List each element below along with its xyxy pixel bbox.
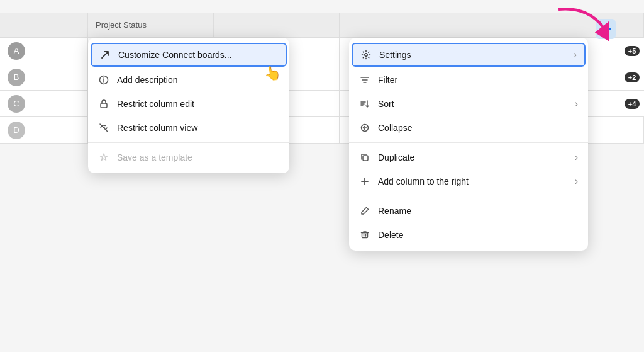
menu-item-rename[interactable]: Rename <box>349 199 588 223</box>
avatar: A <box>8 42 25 60</box>
pencil-icon <box>359 205 370 217</box>
table-header: Project Status <box>0 13 644 38</box>
left-context-menu: Customize Connect boards... Add descript… <box>88 38 289 173</box>
gear-icon <box>360 49 372 60</box>
info-icon <box>98 74 109 86</box>
collapse-icon <box>359 122 370 133</box>
table-cell: C <box>0 91 88 116</box>
trash-icon <box>359 229 370 241</box>
svg-rect-6 <box>363 156 368 161</box>
avatar-badge-1: +5 <box>620 38 644 64</box>
avatar-badge-3: +4 <box>620 91 644 117</box>
menu-item-label: Save as a template <box>117 152 192 162</box>
table-cell: A <box>0 38 88 64</box>
menu-item-label: Rename <box>378 206 411 216</box>
right-context-menu: Settings › Filter Sort › <box>349 38 588 251</box>
menu-item-save-template[interactable]: Save as a template <box>88 145 289 169</box>
menu-item-label: Add column to the right <box>378 176 469 186</box>
svg-rect-3 <box>101 103 107 108</box>
avatars-column: +5 +2 +4 <box>620 38 644 117</box>
chevron-right-icon: › <box>575 98 578 110</box>
menu-item-label: Settings <box>379 50 411 60</box>
menu-item-label: Sort <box>378 99 394 109</box>
chevron-right-icon: › <box>574 49 577 60</box>
avatar-count-2: +2 <box>625 72 640 82</box>
menu-item-label: Filter <box>378 75 397 85</box>
menu-item-label: Restrict column view <box>117 123 197 133</box>
avatar-count-1: +5 <box>625 46 640 56</box>
pink-arrow-indicator <box>553 3 609 41</box>
chevron-right-icon: › <box>575 152 578 163</box>
menu-item-label: Duplicate <box>378 152 414 162</box>
table-col-3 <box>214 13 340 37</box>
lock-icon <box>98 98 109 110</box>
menu-item-customize-connect[interactable]: Customize Connect boards... <box>91 43 287 67</box>
menu-item-sort[interactable]: Sort › <box>349 92 588 116</box>
menu-item-collapse[interactable]: Collapse <box>349 116 588 140</box>
cursor-hand: 👆 <box>263 64 282 83</box>
arrow-up-right-icon <box>99 49 111 60</box>
menu-divider <box>88 142 289 143</box>
menu-item-restrict-view[interactable]: Restrict column view <box>88 116 289 140</box>
eye-off-icon <box>98 122 109 133</box>
table-cell: D <box>0 117 88 143</box>
filter-icon <box>359 74 370 86</box>
menu-item-filter[interactable]: Filter <box>349 68 588 92</box>
avatar-count-3: +4 <box>625 99 640 109</box>
menu-item-label: Add description <box>117 75 178 85</box>
avatar: B <box>8 69 25 86</box>
pin-icon <box>98 152 109 163</box>
menu-item-restrict-edit[interactable]: Restrict column edit <box>88 92 289 116</box>
chevron-right-icon: › <box>575 176 578 187</box>
menu-item-label: Customize Connect boards... <box>118 50 232 60</box>
svg-point-4 <box>365 54 367 56</box>
table-col-2: Project Status <box>88 13 214 37</box>
menu-item-duplicate[interactable]: Duplicate › <box>349 145 588 169</box>
table-col-1 <box>0 13 88 37</box>
menu-item-settings[interactable]: Settings › <box>352 43 586 67</box>
sort-icon <box>359 98 370 110</box>
duplicate-icon <box>359 152 370 163</box>
avatar: C <box>8 95 25 113</box>
avatar-badge-2: +2 <box>620 64 644 91</box>
plus-icon <box>359 176 370 187</box>
svg-point-2 <box>103 77 104 79</box>
menu-item-add-column-right[interactable]: Add column to the right › <box>349 169 588 193</box>
menu-item-add-description[interactable]: Add description <box>88 68 289 92</box>
menu-item-delete[interactable]: Delete <box>349 223 588 247</box>
table-cell: B <box>0 64 88 90</box>
menu-divider <box>349 196 588 196</box>
menu-divider <box>349 142 588 143</box>
menu-item-label: Delete <box>378 230 403 240</box>
svg-rect-7 <box>362 233 368 238</box>
menu-item-label: Collapse <box>378 123 412 133</box>
avatar: D <box>8 122 25 139</box>
menu-item-label: Restrict column edit <box>117 99 194 109</box>
